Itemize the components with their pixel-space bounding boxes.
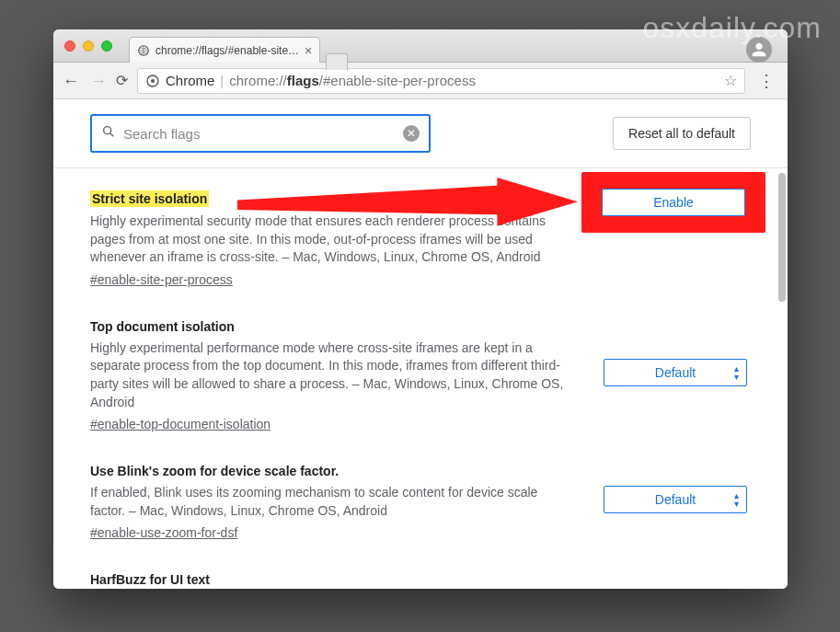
annotation-callout: Enable xyxy=(581,172,765,233)
browser-menu-icon[interactable]: ⋮ xyxy=(754,71,778,91)
browser-tab[interactable]: chrome://flags/#enable-site… × xyxy=(129,37,320,63)
site-info-icon xyxy=(145,74,160,88)
scrollbar-thumb[interactable] xyxy=(778,173,786,302)
page-content: ✕ Reset all to default Enable Strict sit… xyxy=(53,99,788,589)
flag-anchor-link[interactable]: #enable-site-per-process xyxy=(90,272,233,287)
window-titlebar: chrome://flags/#enable-site… × xyxy=(53,29,788,63)
enable-button[interactable]: Enable xyxy=(602,189,745,216)
svg-point-2 xyxy=(151,79,155,83)
flag-description: Highly experimental performance mode whe… xyxy=(90,339,569,411)
flag-select[interactable]: Default ▴▾ xyxy=(604,359,747,386)
flag-item: Enable Strict site isolation Highly expe… xyxy=(53,168,788,301)
flag-item: Default ▴▾ Use Blink's zoom for device s… xyxy=(53,445,788,554)
maximize-window-button[interactable] xyxy=(101,40,112,52)
tab-favicon xyxy=(137,44,150,57)
address-bar[interactable]: Chrome | chrome://flags/#enable-site-per… xyxy=(137,68,745,94)
flag-description: If enabled, Blink uses its zooming mecha… xyxy=(90,484,569,520)
flag-anchor-link[interactable]: #enable-use-zoom-for-dsf xyxy=(90,525,237,540)
search-icon xyxy=(101,124,116,143)
search-flags-field[interactable]: ✕ xyxy=(90,114,431,153)
window-controls xyxy=(53,40,112,52)
reload-icon[interactable]: ⟳ xyxy=(116,72,128,89)
browser-window: chrome://flags/#enable-site… × ← → ⟳ Chr… xyxy=(53,29,788,589)
flag-select[interactable]: Default ▴▾ xyxy=(604,486,747,513)
select-caret-icon: ▴▾ xyxy=(734,491,739,508)
new-tab-button[interactable] xyxy=(326,53,348,70)
flag-title: Use Blink's zoom for device scale factor… xyxy=(90,464,751,478)
svg-point-3 xyxy=(104,127,111,134)
close-window-button[interactable] xyxy=(64,40,75,52)
flag-title: Top document isolation xyxy=(90,319,751,334)
omnibox-scheme-label: Chrome xyxy=(166,73,214,88)
tab-close-icon[interactable]: × xyxy=(305,43,312,58)
flag-item: Default ▴▾ Top document isolation Highly… xyxy=(53,301,788,445)
search-input[interactable] xyxy=(123,116,396,151)
omnibox-url: chrome://flags/#enable-site-per-process xyxy=(229,73,476,88)
flag-item: Enable HarfBuzz for UI text Enable cross… xyxy=(53,554,788,589)
flag-description: Highly experimental security mode that e… xyxy=(90,213,569,267)
minimize-window-button[interactable] xyxy=(83,40,94,52)
flag-anchor-link[interactable]: #enable-top-document-isolation xyxy=(90,417,270,431)
flags-search-row: ✕ Reset all to default xyxy=(53,99,788,168)
flags-list: Enable Strict site isolation Highly expe… xyxy=(53,168,788,589)
tab-title: chrome://flags/#enable-site… xyxy=(155,44,299,57)
browser-toolbar: ← → ⟳ Chrome | chrome://flags/#enable-si… xyxy=(53,63,788,99)
svg-line-4 xyxy=(110,133,114,137)
select-caret-icon: ▴▾ xyxy=(734,364,739,381)
nav-back-icon[interactable]: ← xyxy=(63,73,79,89)
profile-avatar[interactable] xyxy=(746,37,772,63)
bookmark-star-icon[interactable]: ☆ xyxy=(724,72,737,89)
flag-title: Strict site isolation xyxy=(90,190,209,207)
reset-all-button[interactable]: Reset all to default xyxy=(613,117,751,150)
flag-title: HarfBuzz for UI text xyxy=(90,572,751,587)
clear-search-icon[interactable]: ✕ xyxy=(403,125,420,142)
nav-forward-icon[interactable]: → xyxy=(90,73,107,89)
